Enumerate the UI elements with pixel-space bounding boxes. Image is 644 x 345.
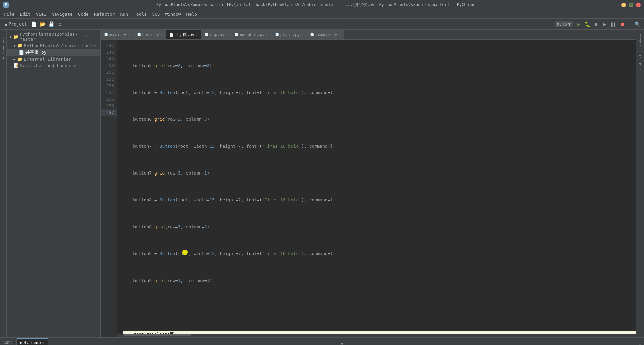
tab-map-py[interactable]: 📄 map.py ✕: [201, 30, 231, 39]
code-editor[interactable]: 247 248 249 250 251 252 253 254 255 256 …: [101, 40, 636, 337]
open-button[interactable]: 📂: [39, 20, 47, 28]
menu-window[interactable]: Window: [163, 11, 184, 17]
code-content[interactable]: button5.grid(row=2, column=2) button6 = …: [117, 40, 636, 337]
run-button[interactable]: ▶: [575, 20, 583, 28]
menu-tools[interactable]: Tools: [131, 11, 149, 17]
menu-run[interactable]: Run: [118, 11, 131, 17]
code-line-247: button5.grid(row=2, column=2): [123, 62, 636, 69]
left-sidebar-icons: Structure Favorites: [0, 30, 7, 337]
window-title: PythonPlantsVsZombies-master [E:\install…: [9, 2, 621, 8]
close-button[interactable]: ✕: [636, 3, 641, 7]
minimize-button[interactable]: −: [621, 3, 626, 7]
close-tab-menubar[interactable]: ✕: [266, 33, 268, 36]
close-tab-demo[interactable]: ✕: [160, 33, 162, 36]
tree-external-libraries[interactable]: ► 📁 External Libraries: [7, 56, 100, 62]
bottom-settings-button[interactable]: ⚙: [338, 342, 346, 345]
menu-code[interactable]: Code: [75, 11, 91, 17]
bottom-tab-run-label[interactable]: Run:: [0, 338, 17, 345]
debug-button[interactable]: 🐛: [583, 20, 591, 28]
close-tab-plant[interactable]: ✕: [301, 33, 303, 36]
new-file-button[interactable]: 📄: [30, 20, 38, 28]
menu-help[interactable]: Help: [184, 11, 200, 17]
menu-navigate[interactable]: Navigate: [49, 11, 75, 17]
code-line-256: [123, 304, 636, 311]
close-bottom-tab-demo[interactable]: ✕: [42, 341, 44, 345]
close-tab-map[interactable]: ✕: [226, 33, 228, 36]
code-line-250: button7 = Button(root, width=15, height=…: [123, 143, 636, 150]
titlebar: P PythonPlantsVsZombies-master [E:\insta…: [0, 0, 644, 10]
run-config-selector[interactable]: demo ▼: [555, 21, 573, 27]
favorites-icon[interactable]: Favorites: [1, 51, 6, 56]
project-tree: ▼ 📁 PythonPlantsVsZombies-master E:\... …: [7, 30, 100, 337]
code-line-249: button6.grid(row=2, column=3): [123, 116, 636, 123]
coverage-button[interactable]: ●: [592, 20, 600, 28]
save-button[interactable]: 💾: [47, 20, 55, 28]
bottom-tab-demo[interactable]: ▶ 4: demo ✕: [17, 338, 48, 345]
tab-demo-py[interactable]: 📄 demo.py ✕: [133, 30, 166, 39]
tree-subfolder[interactable]: ▼ 📁 PythonPlantsVsZombies-master: [7, 42, 100, 49]
close-tab-main[interactable]: ✕: [128, 33, 130, 36]
tab-jingziqui-py[interactable]: 📄 井字棋.py ✕: [166, 30, 201, 39]
right-sidebar: Database Word Book: [636, 30, 644, 337]
toolbar: ▲ Project 📄 📂 💾 ⚙ demo ▼ ▶ 🐛 ● ▶ ❚❚ ■ 🔍: [0, 19, 644, 30]
menu-edit[interactable]: Edit: [17, 11, 33, 17]
bottom-close-button[interactable]: −: [636, 342, 644, 345]
tree-scratches[interactable]: 📝 Scratches and Consoles: [7, 62, 100, 69]
tab-plant-py[interactable]: 📄 plant.py ✕: [272, 30, 307, 39]
horizontal-scrollbar[interactable]: [117, 334, 636, 337]
project-label[interactable]: ▲ Project: [3, 21, 29, 27]
menu-refactor[interactable]: Refactor: [91, 11, 118, 17]
main-area: Structure Favorites ▼ 📁 PythonPlantsVsZo…: [0, 30, 644, 337]
code-line-248: button6 = Button(root, width=15, height=…: [123, 89, 636, 96]
wordbook-icon[interactable]: Word Book: [637, 52, 644, 72]
code-line-254: button9 = Button(root, width=15, height=…: [123, 250, 636, 257]
close-tab-zombie[interactable]: ✕: [338, 33, 340, 36]
close-tab-jingziqui[interactable]: ✕: [196, 33, 198, 37]
database-icon[interactable]: Database: [637, 31, 644, 51]
settings-button[interactable]: ⚙: [56, 20, 64, 28]
line-numbers: 247 248 249 250 251 252 253 254 255 256 …: [101, 40, 117, 337]
profile-button[interactable]: ▶: [601, 20, 609, 28]
code-line-255: button9.grid(row=3, column=3): [123, 277, 636, 284]
code-line-251: button7.grid(row=3, column=1): [123, 170, 636, 177]
menu-view[interactable]: View: [33, 11, 49, 17]
bottom-panel: Run: ▶ 4: demo ✕ ⚙ − ▶ ■ ❚❚ ▶▶ ↓ E:/inst…: [0, 337, 644, 345]
maximize-button[interactable]: □: [629, 3, 633, 7]
code-line-253: button8.grid(row=3, column=2): [123, 224, 636, 230]
search-everywhere-button[interactable]: 🔍: [633, 20, 641, 28]
code-line-252: button8 = Button(root, width=15, height=…: [123, 197, 636, 203]
stop-button[interactable]: ■: [618, 20, 626, 28]
tab-zombie-py[interactable]: 📄 zombie.py ✕: [307, 30, 344, 39]
menubar: File Edit View Navigate Code Refactor Ru…: [0, 10, 644, 19]
project-sidebar: ▼ 📁 PythonPlantsVsZombies-master E:\... …: [7, 30, 101, 337]
menu-vcs[interactable]: VCS: [149, 11, 162, 17]
bottom-tabs: Run: ▶ 4: demo ✕ ⚙ −: [0, 338, 644, 345]
menu-file[interactable]: File: [1, 11, 17, 17]
tree-project-root[interactable]: ▼ 📁 PythonPlantsVsZombies-master E:\...: [7, 31, 100, 42]
tab-menubar-py[interactable]: 📄 menubar.py ✕: [231, 30, 271, 39]
pause-button[interactable]: ❚❚: [609, 20, 618, 28]
tab-main-py[interactable]: 📄 main.py ✕: [101, 30, 133, 39]
editor-area: 📄 main.py ✕ 📄 demo.py ✕ 📄 井字棋.py ✕ 📄 map…: [101, 30, 636, 337]
tree-file-active[interactable]: 📄 井字棋.py: [7, 49, 100, 56]
editor-tabs: 📄 main.py ✕ 📄 demo.py ✕ 📄 井字棋.py ✕ 📄 map…: [101, 30, 636, 40]
